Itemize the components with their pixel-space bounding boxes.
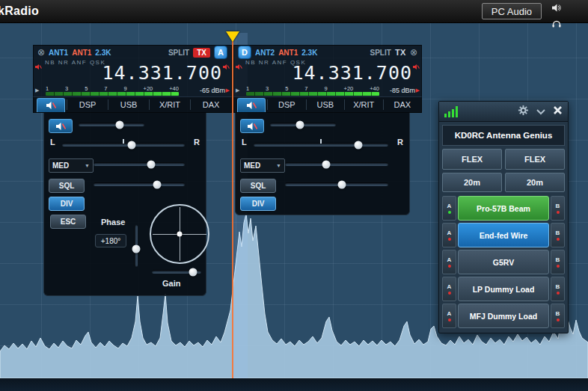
gain-knob[interactable] [189, 268, 197, 276]
filter-width-label[interactable]: 2.3K [95, 49, 111, 57]
smartsdr-app: ⊗ ANT1 ANT1 2.3K SPLIT TX A ▶ NB NR ANF … [0, 0, 588, 391]
tx-mute-icon[interactable] [223, 64, 230, 72]
volume-slider[interactable] [79, 123, 144, 126]
close-slice-icon[interactable]: ⊗ [410, 48, 417, 57]
tx-antenna-label[interactable]: ANT1 [72, 49, 91, 57]
tab-mode[interactable]: USB [307, 97, 345, 112]
tab-xrit[interactable]: X/RIT [345, 97, 383, 112]
squelch-button[interactable]: SQL [240, 179, 276, 193]
volume-slider[interactable] [270, 123, 336, 126]
rx-mute-icon[interactable] [35, 64, 42, 72]
port-a-select[interactable]: A [442, 250, 456, 274]
agc-knob[interactable] [322, 160, 331, 168]
tx-mute-icon[interactable] [413, 64, 420, 72]
esc-button[interactable]: ESC [50, 215, 86, 229]
tab-mode[interactable]: USB [108, 97, 149, 112]
filter-width-label[interactable]: 2.3K [301, 49, 317, 57]
phase-gain-scope[interactable] [150, 204, 209, 264]
phase-value-button[interactable]: +180° [95, 234, 126, 247]
s-meter-bar [246, 92, 379, 96]
squelch-knob[interactable] [153, 180, 162, 188]
rx-mute-icon[interactable] [236, 64, 242, 72]
pan-knob[interactable] [355, 141, 363, 149]
port-a-select[interactable]: A [442, 277, 456, 301]
close-icon[interactable] [553, 105, 563, 118]
agc-dropdown[interactable]: MED ▼ [240, 158, 285, 173]
volume-knob[interactable] [295, 120, 304, 129]
tab-xrit[interactable]: X/RIT [150, 97, 190, 112]
s-meter-bar [46, 92, 179, 96]
tab-audio[interactable] [237, 98, 266, 112]
port-a-select[interactable]: A [442, 304, 456, 328]
phase-vertical-slider[interactable] [134, 225, 138, 267]
mute-button[interactable] [49, 119, 73, 133]
gain-slider[interactable] [152, 270, 201, 274]
slice-a-tabs: DSP USB X/RIT DAX [33, 96, 232, 113]
tab-dax[interactable]: DAX [384, 97, 422, 112]
pan-right-label: R [397, 138, 403, 147]
close-slice-icon[interactable]: ⊗ [37, 48, 45, 57]
band-b-button[interactable]: 20m [505, 173, 565, 192]
antenna-button[interactable]: LP Dummy Load [458, 277, 549, 301]
tx-slice-marker-icon[interactable] [226, 31, 239, 42]
pan-knob[interactable] [128, 141, 136, 149]
tab-dsp[interactable]: DSP [67, 97, 108, 112]
muted-speaker-icon [246, 101, 257, 110]
speaker-icon[interactable] [552, 1, 561, 15]
port-b-select[interactable]: B [551, 223, 565, 247]
tx-button[interactable]: TX [193, 48, 210, 58]
port-a-select[interactable]: A [442, 223, 456, 247]
port-a-indicator [448, 238, 451, 241]
headphones-icon[interactable] [552, 17, 561, 31]
agc-threshold-slider[interactable] [94, 162, 185, 166]
port-b-select[interactable]: B [551, 277, 565, 301]
tx-button[interactable]: TX [395, 48, 406, 57]
frequency-display[interactable]: 14.331.700 [102, 62, 222, 84]
collapse-chevron-icon[interactable] [536, 105, 546, 118]
port-b-indicator [557, 211, 560, 214]
radio-a-button[interactable]: FLEX [442, 149, 502, 170]
pc-audio-button[interactable]: PC Audio [482, 3, 542, 19]
agc-threshold-slider[interactable] [285, 162, 388, 166]
antenna-button[interactable]: MFJ Dummy Load [458, 304, 549, 328]
squelch-slider[interactable] [285, 182, 388, 186]
volume-knob[interactable] [115, 120, 123, 129]
pan-slider[interactable] [254, 143, 388, 147]
radio-b-button[interactable]: FLEX [505, 149, 565, 170]
port-b-select[interactable]: B [551, 250, 565, 274]
pan-slider[interactable] [62, 143, 185, 147]
split-indicator[interactable]: SPLIT [370, 49, 391, 57]
connection-status-icon [444, 106, 458, 117]
tab-dsp[interactable]: DSP [268, 97, 306, 112]
squelch-button[interactable]: SQL [49, 179, 85, 193]
port-b-select[interactable]: B [551, 196, 565, 221]
tab-dax[interactable]: DAX [191, 97, 231, 112]
antenna-button[interactable]: End-fed Wire [458, 223, 549, 247]
phase-vertical-knob[interactable] [132, 245, 140, 253]
squelch-knob[interactable] [337, 180, 346, 188]
band-a-button[interactable]: 20m [442, 173, 502, 192]
agc-knob[interactable] [147, 160, 155, 168]
s-meter: 1 3 5 7 9 +20 +40 -65 dBm [34, 86, 231, 96]
slice-d-badge[interactable]: D [238, 46, 251, 59]
antenna-button[interactable]: Pro-57B Beam [458, 196, 549, 221]
phase-point[interactable] [177, 232, 183, 237]
diversity-button[interactable]: DIV [49, 197, 85, 211]
port-a-select[interactable]: A [442, 196, 456, 221]
agc-dropdown[interactable]: MED ▼ [49, 158, 94, 173]
frequency-display[interactable]: 14.331.700 [292, 62, 412, 84]
slice-a-badge[interactable]: A [214, 46, 227, 59]
squelch-slider[interactable] [94, 182, 185, 186]
rx-antenna-label[interactable]: ANT2 [255, 49, 275, 57]
slice-d-audio-flyout: L R MED ▼ SQL DIV [235, 113, 410, 215]
mute-button[interactable] [240, 119, 264, 133]
rx-antenna-label[interactable]: ANT1 [49, 49, 68, 57]
tx-antenna-label[interactable]: ANT1 [278, 49, 298, 57]
split-indicator[interactable]: SPLIT [168, 49, 189, 57]
antenna-button[interactable]: G5RV [458, 250, 549, 274]
tab-audio[interactable] [37, 98, 65, 112]
slice-panel-d: D ANT2 ANT1 2.3K SPLIT TX ⊗ ▶ NB NR ANF … [233, 45, 422, 215]
gear-icon[interactable] [518, 105, 529, 119]
diversity-button[interactable]: DIV [240, 197, 276, 211]
port-b-select[interactable]: B [551, 304, 565, 328]
